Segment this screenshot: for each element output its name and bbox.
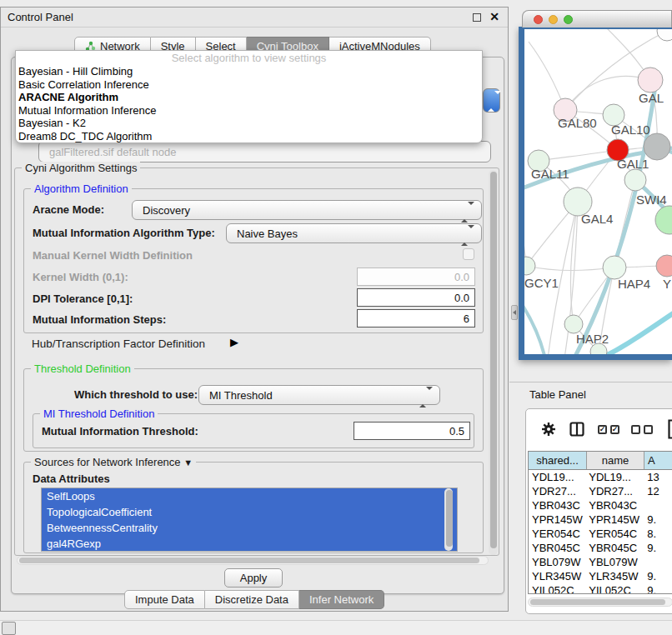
algorithm-dropdown-placeholder: Select algorithm to view settings [16,51,482,65]
dropdown-item-bayesian-k2[interactable]: Bayesian - K2 [16,117,482,130]
dropdown-item-mutual-information-inference[interactable]: Mutual Information Inference [16,104,482,118]
inference-algorithm-combo-fragment[interactable] [483,88,500,112]
dpi-tolerance-field[interactable]: 0.0 [357,288,475,307]
threshold-definition-title: Threshold Definition [31,362,134,375]
kernel-width-field[interactable]: 0.0 [357,268,475,286]
checked-checkboxes-icon[interactable]: ✓✓ [598,425,623,434]
mi-threshold-field[interactable]: 0.5 [354,422,470,440]
network-node-label: GAL11 [531,167,569,181]
network-node-label: Y [663,277,671,291]
split-pane-divider-grip[interactable] [511,305,518,320]
dropdown-item-basic-correlation-inference[interactable]: Basic Correlation Inference [16,78,482,92]
attribute-item-gal4rgexp[interactable]: gal4RGexp [42,536,457,552]
network-node-label: GCY1 [524,276,559,290]
network-node-label: HAP4 [618,277,650,291]
column-header-name[interactable]: name [587,452,644,469]
table-row[interactable]: YER054CYER054C8. [529,527,672,541]
manual-kernel-width-checkbox[interactable] [463,248,474,260]
expand-right-icon[interactable]: ▶ [230,336,238,348]
column-header-a[interactable]: A [644,452,672,469]
close-traffic-light-icon[interactable] [534,15,543,24]
network-window-titlebar[interactable] [522,10,672,28]
network-window-frame: GALGAL80GAL10GAL1GAL11SWI4GAL4GCY1HAP4YH… [519,27,672,360]
status-strip [0,620,672,635]
mi-algorithm-type-combobox[interactable]: Naive Bayes [226,223,482,243]
minimize-traffic-light-icon[interactable] [549,15,558,24]
zoom-traffic-light-icon[interactable] [564,15,573,24]
table-panel-divider [509,382,672,382]
bottom-tab-discretize-data[interactable]: Discretize Data [205,590,299,609]
sources-title: Sources for Network Inference ▼ [31,456,196,468]
network-node-gal[interactable] [638,68,663,92]
control-panel-titlebar: Control Panel ✕ [1,8,508,28]
network-edge [526,266,614,271]
table-row[interactable]: YBR043CYBR043C [529,498,672,512]
column-header-shared-[interactable]: shared... [529,452,587,469]
which-threshold-label: Which threshold to use: [74,388,198,401]
mi-steps-field[interactable]: 6 [357,309,475,328]
collapse-down-icon[interactable]: ▼ [183,458,193,468]
which-threshold-value: MI Threshold [199,389,273,402]
network-node[interactable] [657,29,672,41]
bottom-tabbar: Impute DataDiscretize DataInfer Network [124,590,384,609]
unchecked-checkboxes-icon[interactable] [631,425,656,434]
close-icon[interactable]: ✕ [489,10,499,23]
table-h-scrollbar[interactable] [528,598,672,607]
network-node-label: GAL [639,91,664,105]
table-row[interactable]: YDR27...YDR27...12 [529,484,672,498]
float-window-icon[interactable] [473,13,481,22]
table-cell: YDR27... [587,485,644,498]
table-row[interactable]: YBR045CYBR045C9. [529,541,672,555]
which-threshold-combobox[interactable]: MI Threshold [198,385,440,405]
mi-steps-label: Mutual Information Steps: [33,313,166,326]
bottom-tab-label: Impute Data [135,593,194,606]
network-node-swi4[interactable] [624,169,646,191]
table-cell: YBR043C [587,499,644,512]
dropdown-item-bayesian-hill-climbing[interactable]: Bayesian - Hill Climbing [16,65,482,78]
settings-h-scrollbar[interactable] [17,556,489,565]
aracne-mode-combobox[interactable]: Discovery [132,200,482,220]
table-rows: YDL19...YDL19...13YDR27...YDR27...12YBR0… [529,470,672,593]
node-table: shared...nameA YDL19...YDL19...13YDR27..… [528,451,672,594]
table-row[interactable]: YIL052CYIL052C9. [529,583,672,593]
algorithm-dropdown: Select algorithm to view settings Bayesi… [15,50,483,143]
table-cell: YDL19... [587,471,644,483]
attribute-item-betweennesscentrality[interactable]: BetweennessCentrality [42,520,457,536]
split-columns-icon[interactable] [569,422,584,437]
table-panel-body: ✓✓ shared...nameA YDL19...YDL19...13YDR2… [525,408,672,614]
attribute-item-topologicalcoefficient[interactable]: TopologicalCoefficient [42,504,457,520]
table-cell: 9. [644,570,672,582]
attr-list-scrollbar[interactable] [444,488,453,551]
apply-button[interactable]: Apply [224,568,283,588]
bottom-tab-infer-network[interactable]: Infer Network [299,590,384,609]
network-node-hap4[interactable] [603,256,626,279]
dropdown-item-dream8-dc-tdc-algorithm[interactable]: Dream8 DC_TDC Algorithm [16,130,482,143]
dock-panel-icon[interactable] [2,622,16,635]
kernel-width-label: Kernel Width (0,1): [33,271,128,283]
bottom-tab-impute-data[interactable]: Impute Data [124,590,205,609]
document-icon[interactable] [668,419,672,439]
table-row[interactable]: YBL079WYBL079W [529,555,672,569]
table-row[interactable]: YDL19...YDL19...13 [529,470,672,484]
table-header-row: shared...nameA [529,452,672,470]
network-node-label: SWI4 [636,192,667,207]
network-node-gcy1[interactable] [524,257,535,275]
network-edge-thick [524,296,546,354]
gear-icon[interactable] [541,422,556,437]
mi-threshold-label: Mutual Information Threshold: [42,425,198,438]
attribute-item-selfloops[interactable]: SelfLoops [42,488,457,504]
network-canvas[interactable]: GALGAL80GAL10GAL1GAL11SWI4GAL4GCY1HAP4YH… [524,29,672,354]
dropdown-item-aracne-algorithm[interactable]: ARACNE Algorithm [16,91,482,104]
table-row[interactable]: YLR345WYLR345W9. [529,569,672,583]
network-node[interactable] [655,206,672,234]
network-node[interactable] [644,133,670,160]
threshold-definition-group: Threshold Definition Which threshold to … [23,368,484,452]
network-node-hap2[interactable] [564,315,583,333]
network-selector-combobox[interactable]: galFiltered.sif default node [38,141,491,162]
table-row[interactable]: YPR145WYPR145W9. [529,512,672,527]
network-node-y[interactable] [656,255,672,277]
settings-scrollbar[interactable] [489,170,498,555]
table-cell: YLR345W [529,570,587,582]
algorithm-definition-title: Algorithm Definition [31,182,132,195]
table-cell: 9. [644,584,672,593]
